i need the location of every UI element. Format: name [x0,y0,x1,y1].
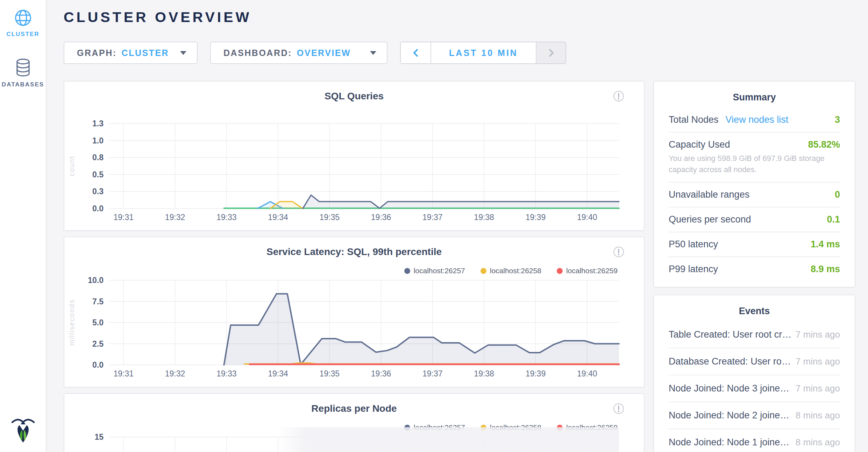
x-axis-tick-label: 19:37 [422,369,443,378]
summary-row: Capacity Used85.82%You are using 598.9 G… [669,133,840,183]
event-row: Database Created: User roo...7 mins ago [669,348,840,375]
sidebar-item-label: DATABASES [2,81,44,88]
cockroachdb-logo-icon[interactable] [0,416,46,444]
chevron-down-icon [370,51,376,55]
x-axis-tick-label: 19:32 [165,213,185,222]
event-time: 7 mins ago [796,356,840,367]
x-axis-tick-label: 19:33 [216,213,237,222]
x-axis-tick-label: 19:31 [113,369,134,378]
event-row: Node Joined: Node 3 joined...7 mins ago [669,375,840,402]
x-axis-tick-label: 19:34 [268,369,288,378]
event-time: 8 mins ago [796,410,840,421]
chevron-left-icon [411,47,420,59]
globe-icon [14,9,32,27]
summary-row-subtext: You are using 598.9 GiB of 697.9 GiB sto… [669,153,840,175]
summary-row-value: 1.4 ms [811,239,840,250]
summary-row-label: Total Nodes [669,114,719,125]
summary-row: P50 latency1.4 ms [669,232,840,257]
events-panel: Events Table Created: User root cre...7 … [653,295,855,452]
summary-row-label: Unavailable ranges [669,189,749,200]
y-axis-tick-label: 2.5 [92,339,104,348]
replicas-per-node-chart-card: Replicas per Node localhost:26257localho… [64,393,645,452]
y-axis-tick-label: 0.0 [92,204,104,213]
y-axis-tick-label: 1.3 [92,119,104,128]
time-range-button[interactable]: LAST 10 MIN [431,42,536,63]
x-axis-tick-label: 19:36 [371,213,391,222]
dashboard-dropdown-value: OVERVIEW [297,48,351,58]
sql-queries-chart-card: SQL Queries count19:3119:3219:3319:3419:… [64,81,645,231]
y-axis-tick-label: 0.3 [92,187,104,196]
summary-row-value: 85.82% [808,139,840,150]
x-axis-tick-label: 19:36 [371,369,391,378]
event-text: Node Joined: Node 3 joined... [669,383,792,394]
event-time: 7 mins ago [796,329,840,340]
chevron-right-icon [547,47,556,59]
event-text: Node Joined: Node 1 joined... [669,437,792,448]
chart-canvas: 19:3119:3219:3319:3419:3519:3619:3719:38… [64,237,645,388]
y-axis-tick-label: 10.0 [88,276,104,285]
y-axis-tick-label: 5.0 [92,318,104,327]
graph-dropdown-label: GRAPH: [77,48,117,58]
sidebar: CLUSTER DATABASES [0,0,47,452]
x-axis-tick-label: 19:38 [474,213,494,222]
x-axis-tick-label: 19:35 [320,213,340,222]
summary-panel: Summary Total NodesView nodes list3Capac… [653,81,855,288]
x-axis-tick-label: 19:34 [268,213,288,222]
x-axis-tick-label: 19:40 [577,369,597,378]
time-prev-button[interactable] [401,42,431,63]
summary-row-label: P99 latency [669,264,718,275]
sidebar-item-label: CLUSTER [6,31,39,38]
summary-row-value: 3 [835,114,840,125]
summary-rows: Total NodesView nodes list3Capacity Used… [669,108,840,281]
chart-canvas: 19:3119:3219:3319:3419:3519:3619:3719:38… [64,82,645,231]
summary-row-label: P50 latency [669,239,718,250]
event-row: Node Joined: Node 1 joined...8 mins ago [669,429,840,452]
dashboard-dropdown[interactable]: DASHBOARD: OVERVIEW [210,42,387,64]
summary-panel-title: Summary [669,92,840,103]
y-axis-tick-label: 0.8 [92,153,104,162]
x-axis-tick-label: 19:31 [113,213,134,222]
event-time: 8 mins ago [796,437,840,448]
x-axis-tick-label: 19:32 [165,369,185,378]
summary-row: Unavailable ranges0 [669,183,840,207]
page-title: CLUSTER OVERVIEW [64,9,251,26]
localhost:26257-series-area [224,294,619,365]
x-axis-tick-label: 19:40 [577,213,597,222]
summary-row: Total NodesView nodes list3 [669,108,840,133]
sidebar-item-cluster[interactable]: CLUSTER [0,0,46,38]
view-nodes-list-link[interactable]: View nodes list [726,114,789,125]
y-axis-tick-label: 1.0 [92,136,104,145]
y-axis-tick-label: 7.5 [92,297,104,306]
summary-row-label: Capacity Used [669,139,730,150]
summary-row-label: Queries per second [669,214,751,225]
graph-dropdown-value: CLUSTER [122,48,169,58]
dashboard-dropdown-label: DASHBOARD: [223,48,292,58]
x-axis-tick-label: 19:38 [474,369,494,378]
database-icon [15,58,31,77]
chevron-down-icon [180,51,186,55]
summary-row: P99 latency8.9 ms [669,257,840,281]
summary-row-value: 0.1 [827,214,840,225]
time-next-button[interactable] [536,42,565,63]
event-rows: Table Created: User root cre...7 mins ag… [669,322,840,452]
summary-row: Queries per second0.1 [669,207,840,232]
x-axis-tick-label: 19:39 [526,213,546,222]
cluster-overview-page: CLUSTER DATABASES [0,0,868,452]
chart-canvas: 19:3119:3219:3319:3419:3519:3619:3719:38… [64,394,645,452]
time-range-selector: LAST 10 MIN [400,42,566,64]
replicas-area-fill [278,427,619,452]
service-latency-chart-card: Service Latency: SQL, 99th percentile lo… [64,236,645,388]
x-axis-tick-label: 19:35 [320,369,340,378]
x-axis-tick-label: 19:33 [216,369,237,378]
event-text: Node Joined: Node 2 joined... [669,410,792,421]
x-axis-tick-label: 19:37 [422,213,443,222]
summary-row-value: 0 [835,189,840,200]
event-row: Node Joined: Node 2 joined...8 mins ago [669,402,840,429]
graph-dropdown[interactable]: GRAPH: CLUSTER [64,42,198,64]
toolbar: GRAPH: CLUSTER DASHBOARD: OVERVIEW LAST … [64,42,566,64]
x-axis-tick-label: 19:39 [526,369,546,378]
event-text: Database Created: User roo... [669,356,792,367]
sidebar-item-databases[interactable]: DATABASES [0,38,46,88]
y-axis-tick-label: 15 [94,432,104,442]
event-text: Table Created: User root cre... [669,329,792,340]
